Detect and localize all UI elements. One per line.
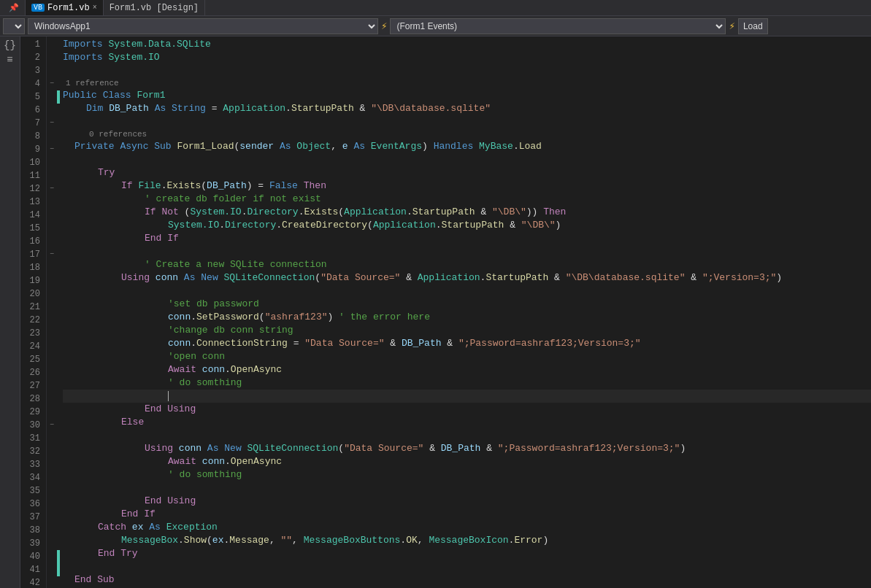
ln-29: 29 bbox=[20, 406, 40, 419]
g-35 bbox=[47, 484, 57, 498]
ln-2: 2 bbox=[20, 51, 40, 64]
g-30[interactable]: − bbox=[47, 419, 57, 432]
code-line-32: ' do somthing bbox=[63, 468, 871, 481]
code-line-37: MessageBox.Show(ex.Message, "", MessageB… bbox=[63, 534, 871, 547]
code-line-19: 'set db password bbox=[63, 298, 871, 311]
ln-27: 27 bbox=[20, 379, 40, 392]
code-line-6 bbox=[63, 115, 871, 128]
ln-15: 15 bbox=[20, 222, 40, 235]
toolbar: VB WindowsApp1 ⚡ (Form1 Events) ⚡ Load bbox=[0, 16, 871, 36]
g-26 bbox=[47, 366, 57, 379]
g-40 bbox=[47, 550, 57, 563]
code-editor[interactable]: Imports System.Data.SQLite Imports Syste… bbox=[60, 36, 871, 588]
code-line-20: conn.SetPassword("ashraf123") ' the erro… bbox=[63, 311, 871, 324]
tab-form1-designer-label: Form1.vb [Design] bbox=[110, 3, 199, 13]
g-13 bbox=[47, 196, 57, 209]
ln-3: 3 bbox=[20, 64, 40, 77]
code-line-10: If File.Exists(DB_Path) = False Then bbox=[63, 179, 871, 193]
code-line-34: End Using bbox=[63, 495, 871, 508]
ln-8: 8 bbox=[20, 130, 40, 143]
code-line-30: Using conn As New SQLiteConnection("Data… bbox=[63, 442, 871, 455]
g-37 bbox=[47, 511, 57, 524]
code-line-18 bbox=[63, 285, 871, 298]
project-icon-select[interactable]: VB bbox=[3, 18, 25, 34]
ln-39: 39 bbox=[20, 537, 40, 550]
g-14 bbox=[47, 209, 57, 222]
g-21 bbox=[47, 301, 57, 314]
g-22 bbox=[47, 314, 57, 327]
ln-12: 12 bbox=[20, 182, 40, 196]
g-24 bbox=[47, 340, 57, 353]
ln-30: 30 bbox=[20, 419, 40, 432]
thunder-icon-left: ⚡ bbox=[381, 20, 387, 32]
ln-18: 18 bbox=[20, 261, 40, 274]
g-9[interactable]: − bbox=[47, 143, 57, 156]
ln-35: 35 bbox=[20, 484, 40, 498]
g-20 bbox=[47, 287, 57, 301]
editor-container: {} ≡ 1 2 3 4 5 6 7 8 9 10 11 12 13 14 15… bbox=[0, 36, 871, 588]
ln-16: 16 bbox=[20, 235, 40, 248]
tab-form1-designer[interactable]: Form1.vb [Design] bbox=[104, 0, 205, 15]
ln-23: 23 bbox=[20, 327, 40, 340]
g-15 bbox=[47, 222, 57, 235]
code-line-26 bbox=[63, 390, 871, 403]
code-line-17: Using conn As New SQLiteConnection("Data… bbox=[63, 271, 871, 285]
code-area: 1 2 3 4 5 6 7 8 9 10 11 12 13 14 15 16 1… bbox=[20, 36, 871, 588]
tab-form1-vb-label: Form1.vb bbox=[47, 3, 90, 13]
ln-13: 13 bbox=[20, 196, 40, 209]
code-line-31: Await conn.OpenAsync bbox=[63, 455, 871, 468]
code-line-25: ' do somthing bbox=[63, 376, 871, 390]
g-25 bbox=[47, 353, 57, 366]
code-line-24: Await conn.OpenAsync bbox=[63, 363, 871, 376]
g-31 bbox=[47, 432, 57, 445]
code-line-33 bbox=[63, 481, 871, 495]
ln-21: 21 bbox=[20, 301, 40, 314]
code-line-28: Else bbox=[63, 416, 871, 429]
g-19 bbox=[47, 274, 57, 287]
code-line-5: Dim DB_Path As String = Application.Star… bbox=[63, 102, 871, 115]
code-line-4: Public Class Form1 bbox=[63, 89, 871, 102]
g-28 bbox=[47, 392, 57, 406]
code-line-1: Imports System.Data.SQLite bbox=[63, 38, 871, 51]
code-line-11: ' create db folder if not exist bbox=[63, 193, 871, 206]
g-3 bbox=[47, 64, 57, 77]
code-line-27: End Using bbox=[63, 403, 871, 416]
gutter: − − − − − − bbox=[47, 36, 57, 588]
ln-19: 19 bbox=[20, 274, 40, 287]
ln-40: 40 bbox=[20, 550, 40, 563]
bookmarks-icon[interactable]: {} bbox=[4, 39, 16, 51]
ln-34: 34 bbox=[20, 471, 40, 484]
code-line-7: Private Async Sub Form1_Load(sender As O… bbox=[63, 140, 871, 153]
tab-list: 📌 VB Form1.vb × Form1.vb [Design] bbox=[3, 0, 205, 15]
ref-hint-7: 0 references bbox=[63, 128, 871, 140]
g-36 bbox=[47, 498, 57, 511]
ln-1: 1 bbox=[20, 38, 40, 51]
ln-6: 6 bbox=[20, 104, 40, 117]
g-6 bbox=[47, 104, 57, 117]
tab-form1-pin[interactable]: 📌 bbox=[3, 0, 26, 15]
ln-32: 32 bbox=[20, 445, 40, 458]
g-17[interactable]: − bbox=[47, 248, 57, 261]
ref-hint-4: 1 reference bbox=[63, 77, 871, 89]
project-select[interactable]: WindowsApp1 bbox=[28, 18, 378, 34]
code-line-36: Catch ex As Exception bbox=[63, 521, 871, 534]
code-line-39 bbox=[63, 560, 871, 573]
ln-25: 25 bbox=[20, 353, 40, 366]
g-12[interactable]: − bbox=[47, 182, 57, 196]
g-38 bbox=[47, 524, 57, 537]
event-select[interactable]: (Form1 Events) bbox=[390, 18, 726, 34]
breakpoints-icon[interactable]: ≡ bbox=[7, 54, 12, 66]
g-4[interactable]: − bbox=[47, 77, 57, 90]
code-line-29 bbox=[63, 429, 871, 442]
close-icon[interactable]: × bbox=[93, 4, 97, 12]
g-11 bbox=[47, 169, 57, 182]
g-7[interactable]: − bbox=[47, 117, 57, 130]
line-numbers: 1 2 3 4 5 6 7 8 9 10 11 12 13 14 15 16 1… bbox=[20, 36, 47, 588]
ln-14: 14 bbox=[20, 209, 40, 222]
g-5 bbox=[47, 90, 57, 104]
ln-28: 28 bbox=[20, 392, 40, 406]
tab-form1-vb[interactable]: VB Form1.vb × bbox=[26, 0, 104, 15]
load-button[interactable]: Load bbox=[738, 18, 768, 34]
code-line-14: End If bbox=[63, 232, 871, 245]
g-39 bbox=[47, 537, 57, 550]
